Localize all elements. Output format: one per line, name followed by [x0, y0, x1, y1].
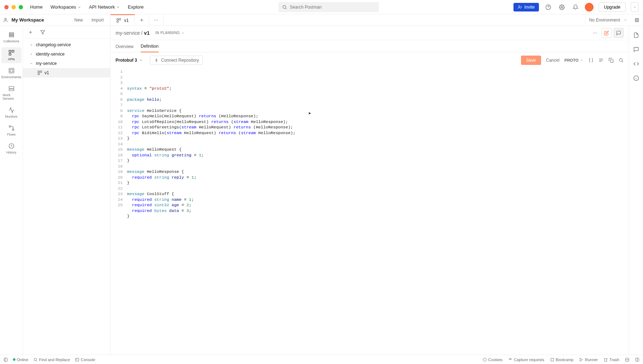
collections-icon [8, 32, 15, 38]
copy-button[interactable] [609, 58, 614, 63]
sidebar-tree: changelog-service identity-service my-se… [23, 39, 110, 79]
nav-home[interactable]: Home [30, 4, 43, 10]
right-rail-comments[interactable] [632, 45, 640, 54]
svg-rect-37 [38, 73, 39, 75]
maximize-window[interactable] [19, 5, 23, 9]
svg-point-7 [561, 6, 563, 8]
status-find-replace[interactable]: Find and Replace [33, 358, 70, 362]
flows-icon [8, 125, 15, 131]
code-editor[interactable]: 1234567891011121314151617181920212223242… [111, 68, 629, 355]
more-options-button[interactable] [591, 29, 599, 37]
search-in-editor-button[interactable] [619, 58, 624, 63]
svg-rect-35 [38, 71, 39, 72]
status-trash[interactable]: Trash [604, 358, 619, 362]
right-rail-code[interactable] [632, 60, 640, 68]
comment-icon [616, 30, 621, 36]
rail-apis[interactable]: APIs [1, 47, 22, 63]
upgrade-dropdown[interactable] [631, 2, 639, 12]
svg-rect-59 [551, 358, 554, 361]
api-version-icon [37, 70, 42, 75]
info-icon [633, 75, 639, 81]
tree-item-v1[interactable]: v1 [23, 68, 110, 77]
schema-select[interactable]: Protobuf 3 [116, 58, 143, 63]
rail-flows[interactable]: Flows [1, 123, 22, 138]
new-button[interactable]: New [71, 16, 86, 24]
invite-button[interactable]: Invite [513, 3, 539, 11]
tab-more-button[interactable] [149, 14, 164, 25]
notifications-button[interactable] [571, 3, 580, 11]
subtab-overview[interactable]: Overview [116, 44, 133, 52]
wrap-button[interactable] [599, 58, 604, 63]
svg-point-29 [9, 126, 11, 127]
chevron-down-icon [580, 58, 583, 62]
rail-history[interactable]: History [1, 141, 22, 156]
sidebar-filter-button[interactable] [38, 28, 47, 37]
nav-explore[interactable]: Explore [128, 4, 144, 10]
rail-monitors[interactable]: Monitors [1, 105, 22, 120]
status-capture[interactable]: Capture requests [508, 358, 544, 362]
settings-button[interactable] [558, 3, 566, 11]
nav-api-network[interactable]: API Network [89, 4, 120, 10]
svg-point-40 [596, 33, 597, 33]
upgrade-button[interactable]: Upgrade [599, 3, 626, 12]
right-rail-info[interactable] [632, 74, 640, 82]
tab-v1[interactable]: v1 [111, 14, 135, 25]
status-layout-2[interactable] [635, 358, 639, 362]
status-sidebar-toggle[interactable] [4, 358, 8, 362]
window-controls [4, 5, 23, 9]
import-button[interactable]: Import [89, 16, 107, 24]
rail-environments[interactable]: Environments [1, 65, 22, 81]
status-layout-1[interactable] [625, 358, 629, 362]
connect-repository-button[interactable]: Connect Repository [150, 56, 203, 65]
status-dropdown[interactable]: IN PLANNING [153, 30, 187, 36]
sidebar-add-button[interactable] [26, 28, 35, 37]
console-icon [75, 358, 79, 362]
avatar[interactable] [585, 3, 593, 11]
gear-icon [559, 4, 565, 10]
tree-item-my-service[interactable]: my-service [23, 59, 110, 68]
tab-add-button[interactable] [135, 14, 149, 25]
right-rail-docs[interactable] [632, 31, 640, 39]
language-select[interactable]: PROTO [564, 58, 583, 62]
tree-item-changelog-service[interactable]: changelog-service [23, 40, 110, 49]
trash-icon [604, 358, 608, 362]
status-bootcamp[interactable]: Bootcamp [550, 358, 574, 362]
layout-icon [635, 358, 639, 362]
chevron-right-icon [29, 52, 34, 56]
svg-line-1 [286, 8, 287, 9]
svg-rect-17 [635, 18, 638, 22]
workspace-name[interactable]: My Workspace [11, 17, 69, 23]
edit-button[interactable] [601, 28, 611, 38]
search-icon [619, 58, 624, 63]
runner-icon [579, 358, 583, 362]
rail-collections[interactable]: Collections [1, 29, 22, 45]
breadcrumb: my-service / v1 [116, 30, 150, 36]
svg-point-15 [156, 20, 156, 20]
status-online[interactable]: Online [13, 358, 28, 362]
svg-point-0 [283, 5, 286, 8]
nav-workspaces[interactable]: Workspaces [51, 4, 81, 10]
status-cookies[interactable]: Cookies [483, 358, 503, 362]
search-icon [33, 358, 38, 362]
rail-mock-servers[interactable]: Mock Servers [1, 83, 22, 103]
monitors-icon [8, 107, 15, 113]
eye-icon[interactable] [634, 18, 639, 23]
more-icon [592, 30, 597, 36]
minimize-window[interactable] [11, 5, 16, 9]
subtab-definition[interactable]: Definition [141, 44, 159, 52]
environment-selector[interactable]: No Environment [585, 14, 643, 25]
close-window[interactable] [4, 5, 9, 9]
tree-item-identity-service[interactable]: identity-service [23, 49, 110, 59]
code-lines[interactable]: ➤ syntax = "proto2"; package hello; serv… [127, 69, 629, 355]
beautify-button[interactable] [588, 58, 593, 63]
search-input[interactable] [278, 2, 379, 12]
svg-rect-20 [9, 34, 14, 36]
cancel-button[interactable]: Cancel [546, 58, 559, 63]
svg-line-49 [622, 61, 623, 62]
save-button[interactable]: Save [521, 56, 541, 65]
status-console[interactable]: Console [75, 358, 95, 362]
help-button[interactable] [544, 3, 553, 11]
bootcamp-icon [550, 358, 554, 362]
status-runner[interactable]: Runner [579, 358, 598, 362]
comment-mode-button[interactable] [614, 28, 624, 38]
